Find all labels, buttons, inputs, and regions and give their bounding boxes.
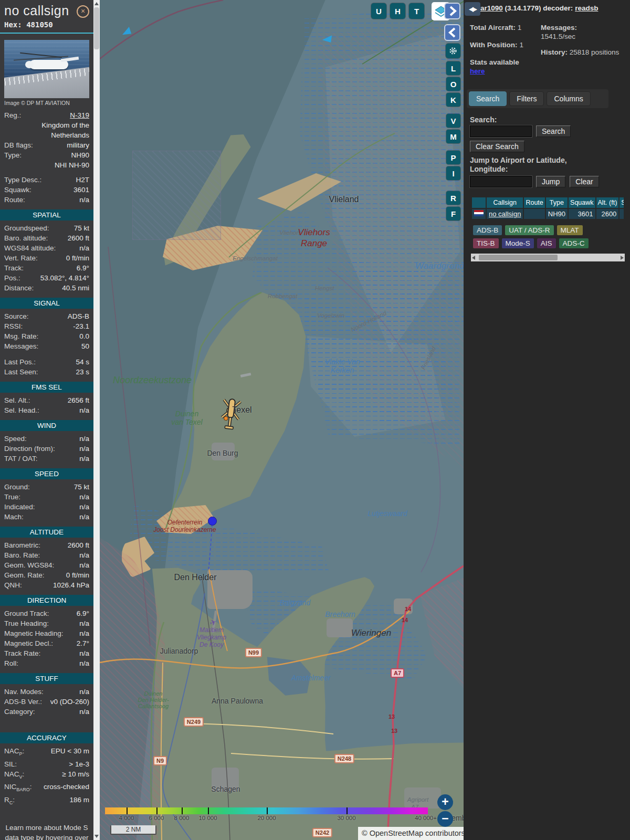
detail-row: Sel. Head.:n/a [4,405,89,415]
scrollbar-thumb[interactable] [94,7,99,49]
detail-row: Squawk: 3601 [4,185,89,195]
detail-row: Kingdom of the [4,120,89,130]
history-toggle-button[interactable]: ◀▶ [465,2,480,16]
detail-row: Route: n/a [4,195,89,205]
tab[interactable]: Filters [509,91,544,106]
search-input[interactable] [470,125,532,137]
source-badge[interactable]: UAT / ADS-R [505,225,553,235]
detail-row: True Heading:n/a [4,618,89,628]
source-badge[interactable]: TIS-B [473,238,499,248]
detail-row: ADS-B Ver.:v0 (DO-260) [4,697,89,707]
map-letter-button[interactable]: R [446,191,460,205]
scroll-right-icon[interactable] [621,256,624,260]
detail-row: Magnetic Decl.:2.7° [4,638,89,648]
map-letter-button[interactable]: K [446,93,460,107]
sidebar-expand-button[interactable] [444,3,460,19]
sidebar-collapse-button[interactable] [444,24,460,41]
hscrollbar-thumb[interactable] [479,255,558,260]
scroll-up-icon[interactable] [94,2,99,5]
detail-row: Baro. Rate:n/a [4,550,89,560]
detail-row: TAT / OAT:n/a [4,454,89,464]
jump-input[interactable] [470,176,532,187]
aircraft-hex: Hex: 481050 [4,20,89,29]
detail-row [4,351,89,357]
scroll-down-icon[interactable] [94,835,99,838]
detail-row: WGS84 altitude:n/a [4,243,89,253]
detail-row: Geom. WGS84:n/a [4,560,89,570]
column-header[interactable]: Callsign [487,197,523,208]
aircraft-detail-panel: no callsign × Hex: 481050 Image © DP MT … [0,0,93,840]
detail-row: Netherlands [4,130,89,140]
road-shield: A7 [391,668,404,678]
left-panel-scrollbar[interactable] [93,0,100,840]
source-badge[interactable]: Mode-S [502,238,534,248]
detail-row: Ground:75 kt [4,482,89,492]
close-icon[interactable]: × [77,5,89,18]
source-badge[interactable]: ADS-B [473,225,502,235]
detail-row: Groundspeed:75 kt [4,223,89,233]
detail-row: Type: NH90 [4,150,89,160]
stats-here-link[interactable]: here [470,67,485,75]
detail-row: Barometric:2600 ft [4,540,89,550]
section-header: STUFF [0,673,93,684]
table-header-row: CallsignRouteTypeSquawkAlt. (ft)S [472,197,624,208]
map-letter-button[interactable]: F [446,207,460,220]
readsb-link[interactable]: readsb [575,4,598,12]
divider [0,33,93,34]
detail-row: Msg. Rate:0.0 [4,331,89,341]
tar1090-link[interactable]: ar1090 [480,4,503,12]
clear-search-button[interactable]: Clear Search [470,141,524,152]
scroll-left-icon[interactable] [472,256,475,260]
tab[interactable]: Columns [547,91,590,106]
jump-clear-button[interactable]: Clear [570,176,598,187]
chevron-right-icon [448,6,457,16]
table-row[interactable]: no callsign NH90 3601 2600 [472,209,624,219]
chevron-left-icon [448,27,457,38]
zoom-out-button[interactable]: − [437,811,453,827]
column-header[interactable]: S [620,197,624,208]
map-letter-button[interactable]: M [446,130,460,143]
column-header[interactable]: Squawk [569,197,595,208]
detail-row: Vert. Rate:0 ft/min [4,253,89,263]
column-header[interactable] [472,197,486,208]
detail-row: Direction (from):n/a [4,444,89,454]
jump-button[interactable]: Jump [536,176,565,187]
map-toggle-button[interactable]: T [409,3,424,19]
table-horizontal-scrollbar[interactable] [471,254,625,261]
source-badge[interactable]: AIS [537,238,556,248]
detail-row: Distance:40.5 nmi [4,283,89,293]
column-header[interactable]: Route [524,197,544,208]
map-quick-buttons: UHT [371,3,424,19]
callsign-link[interactable]: no callsign [489,210,521,218]
search-button[interactable]: Search [536,125,571,137]
map-letter-button[interactable]: O [446,77,460,91]
detail-row: QNH:1026.4 hPa [4,580,89,590]
detail-row: Last Pos.:54 s [4,357,89,367]
tab[interactable]: Search [469,91,507,106]
detail-row: True:n/a [4,492,89,502]
settings-button[interactable] [446,44,460,58]
map-toggle-button[interactable]: H [390,3,405,19]
map-letter-button[interactable]: V [446,114,460,128]
trail-start-dot [208,517,217,526]
app-header: ◀▶ ar1090 (3.14.1779) decoder: readsb [464,0,630,20]
section-signal: SIGNAL Source:ADS-B RSSI:-23.1 Msg. Rate… [4,298,89,377]
source-badge[interactable]: MLAT [557,225,583,235]
detail-row: Ground Track:6.9° [4,608,89,618]
map-letter-button[interactable]: L [446,61,460,75]
map-letter-button[interactable]: P [446,151,460,164]
detail-row: NICBARO:cross-checked [4,782,89,795]
map-letter-button[interactable]: I [446,166,460,180]
column-header[interactable]: Type [546,197,568,208]
column-header[interactable]: Alt. (ft) [596,197,619,208]
osm-attribution[interactable]: © OpenStreetMap contributors. [358,827,464,840]
aircraft-photo[interactable] [4,40,89,98]
map-toggle-button[interactable]: U [371,3,386,19]
detail-row: Track:6.9° [4,263,89,273]
detail-row: Sel. Alt.:2656 ft [4,395,89,405]
source-type-badges: ADS-BUAT / ADS-RMLATTIS-BMode-SAISADS-C [473,225,610,248]
map[interactable]: VlielandVliehorsVliehors RangeEngelschma… [100,0,464,840]
zoom-in-button[interactable]: + [437,794,453,810]
section-header: SPEED [0,468,93,479]
source-badge[interactable]: ADS-C [559,238,589,248]
